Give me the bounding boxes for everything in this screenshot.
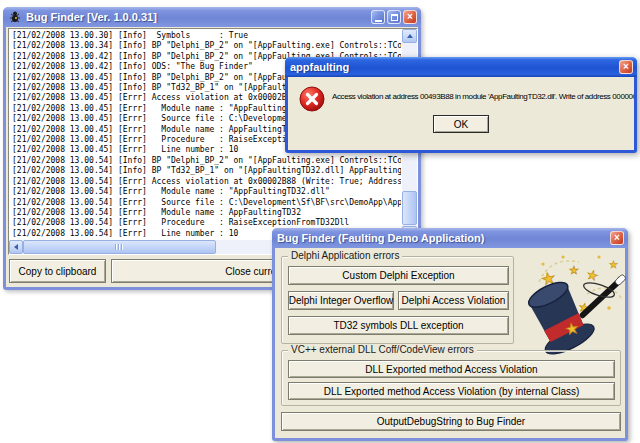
- outputdebugstring-button[interactable]: OutputDebugString to Bug Finder: [281, 412, 621, 431]
- maximize-button[interactable]: [387, 10, 401, 24]
- demo-window-body: Delphi Application errors Custom Delphi …: [275, 248, 625, 438]
- scroll-up-button[interactable]: [402, 29, 417, 43]
- arrow-up-icon: [407, 34, 413, 38]
- custom-delphi-exception-button[interactable]: Custom Delphi Exception: [288, 266, 509, 285]
- demo-titlebar[interactable]: Bug Finder (Faulting Demo Application) ×: [272, 228, 628, 248]
- faulting-demo-window: Bug Finder (Faulting Demo Application) ×…: [272, 228, 628, 441]
- svg-text:★: ★: [585, 267, 600, 284]
- scroll-left-button[interactable]: [9, 240, 23, 254]
- dll-exported-access-violation-internal-class-button[interactable]: DLL Exported method Access Violation (by…: [288, 382, 615, 400]
- demo-close-button[interactable]: ×: [610, 231, 624, 245]
- log-line: [21/02/2008 13.00.54] [Info] BP "Td32_BP…: [12, 166, 401, 176]
- vcpp-errors-group-label: VC++ external DLL Coff/CodeView errors: [288, 344, 477, 355]
- main-titlebar[interactable]: Bug Finder [Ver. 1.0.0.31] ×: [3, 7, 421, 27]
- log-line: [21/02/2008 13.00.30] [Info] Symbols : T…: [12, 31, 401, 41]
- minimize-button[interactable]: [371, 10, 385, 24]
- log-line: [21/02/2008 13.00.54] [Errr] Module name…: [12, 187, 401, 197]
- svg-text:★: ★: [569, 264, 579, 276]
- dialog-title: appfaulting: [290, 61, 619, 73]
- error-message: Access violation at address 00493B88 in …: [332, 92, 632, 101]
- log-line: [21/02/2008 13.00.54] [Errr] Source file…: [12, 198, 401, 208]
- delphi-integer-overflow-button[interactable]: Delphi Integer Overflow: [288, 291, 394, 310]
- delphi-access-violation-button[interactable]: Delphi Access Violation: [398, 291, 509, 310]
- close-icon: ×: [407, 12, 413, 22]
- close-button[interactable]: ×: [403, 10, 417, 24]
- horizontal-scrollbar-thumb[interactable]: [23, 240, 216, 254]
- copy-to-clipboard-button[interactable]: Copy to clipboard: [9, 259, 106, 283]
- vertical-scrollbar-thumb[interactable]: [402, 191, 417, 225]
- magic-hat-illustration: ★ ★ ★ ★ ★ ★: [521, 250, 627, 358]
- top-hat: [521, 275, 598, 358]
- vcpp-errors-group: VC++ external DLL Coff/CodeView errors D…: [281, 350, 621, 406]
- maximize-icon: [391, 14, 398, 21]
- appfaulting-error-dialog: appfaulting ×: [285, 57, 637, 153]
- ok-button[interactable]: OK: [433, 115, 489, 133]
- log-line: [21/02/2008 13.00.54] [Errr] Module name…: [12, 208, 401, 218]
- close-icon: ×: [614, 233, 620, 243]
- main-window-title: Bug Finder [Ver. 1.0.0.31]: [26, 11, 371, 23]
- close-icon: ×: [623, 62, 629, 72]
- minimize-icon: [375, 20, 382, 22]
- delphi-errors-group: Delphi Application errors Custom Delphi …: [281, 256, 514, 344]
- log-line: [21/02/2008 13.00.34] [Info] BP "Delphi_…: [12, 41, 401, 51]
- delphi-errors-group-label: Delphi Application errors: [288, 250, 402, 261]
- thumb-grip: [115, 244, 124, 250]
- bug-finder-app-icon: [8, 10, 22, 24]
- demo-window-title: Bug Finder (Faulting Demo Application): [277, 232, 610, 244]
- desktop: Bug Finder [Ver. 1.0.0.31] × [21/02/2008…: [0, 0, 640, 443]
- dialog-titlebar[interactable]: appfaulting ×: [285, 57, 637, 77]
- arrow-left-icon: [14, 244, 18, 250]
- dialog-body: Access violation at address 00493B88 in …: [288, 77, 634, 150]
- log-line: [21/02/2008 13.00.54] [Errr] Access viol…: [12, 177, 401, 187]
- dialog-close-button[interactable]: ×: [619, 60, 633, 74]
- dll-exported-access-violation-button[interactable]: DLL Exported method Access Violation: [288, 360, 615, 378]
- error-icon: [299, 86, 325, 112]
- td32-symbols-dll-exception-button[interactable]: TD32 symbols DLL exception: [288, 316, 509, 335]
- svg-text:★: ★: [609, 259, 618, 270]
- log-line: [21/02/2008 13.00.54] [Info] BP "Delphi_…: [12, 156, 401, 166]
